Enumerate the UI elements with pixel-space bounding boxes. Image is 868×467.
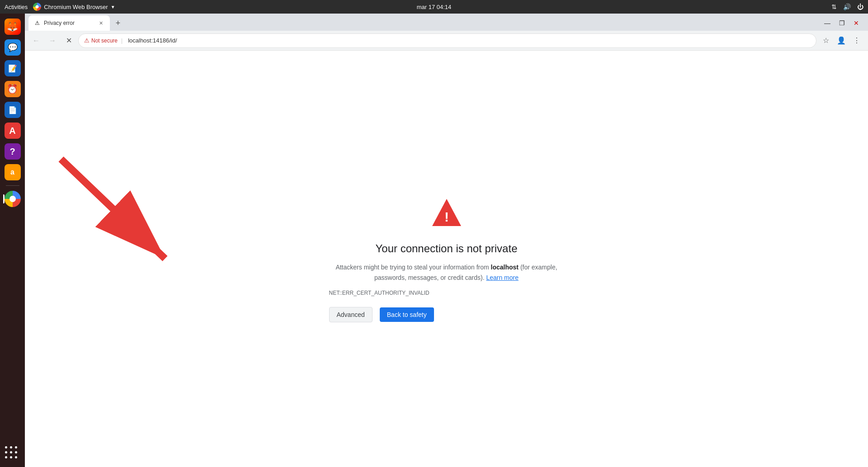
notes-icon: 📝 — [5, 60, 21, 76]
activities-button[interactable]: Activities — [5, 4, 28, 10]
dock-chromium[interactable] — [3, 189, 22, 208]
back-to-safety-button[interactable]: Back to safety — [380, 307, 434, 322]
page-content: ! Your connection is not private Attacke… — [25, 51, 868, 467]
annotation-arrow — [52, 150, 197, 277]
clock-icon: ⏰ — [5, 81, 21, 97]
dock-snap[interactable]: A — [3, 121, 22, 140]
dock-amazon[interactable]: a — [3, 163, 22, 182]
app-indicator-label: Chromium Web Browser — [44, 4, 108, 10]
browser-tab-privacy-error[interactable]: ⚠ Privacy error ✕ — [28, 15, 110, 31]
navigation-bar: ← → ✕ ⚠ Not secure | localhost:14186/id/… — [25, 31, 868, 51]
address-bar[interactable]: ⚠ Not secure | localhost:14186/id/ — [78, 33, 816, 48]
dock-apps-grid-button[interactable] — [5, 445, 21, 462]
close-button[interactable]: ✕ — [850, 17, 863, 29]
dock-help[interactable]: ? — [3, 142, 22, 161]
address-separator: | — [121, 38, 123, 44]
error-description: Attackers might be trying to steal your … — [329, 262, 564, 283]
error-code: NET::ERR_CERT_AUTHORITY_INVALID — [329, 290, 429, 296]
amazon-icon: a — [5, 164, 21, 180]
apps-grid-icon — [5, 445, 21, 462]
svg-line-1 — [61, 159, 165, 259]
new-tab-button[interactable]: + — [112, 17, 124, 29]
dock-writer[interactable]: 📄 — [3, 100, 22, 119]
error-container: ! Your connection is not private Attacke… — [311, 177, 582, 340]
app-indicator[interactable]: Chromium Web Browser ▼ — [33, 3, 115, 11]
datetime-display: mar 17 04:14 — [417, 4, 452, 10]
network-icon[interactable]: ⇅ — [831, 3, 837, 10]
dock-notes[interactable]: 📝 — [3, 59, 22, 78]
chromium-indicator-icon — [33, 3, 41, 11]
error-title: Your connection is not private — [376, 242, 518, 255]
nav-right-buttons: ☆ 👤 ⋮ — [819, 34, 863, 47]
firefox-icon: 🦊 — [5, 19, 21, 35]
reload-button[interactable]: ✕ — [62, 34, 75, 47]
minimize-button[interactable]: — — [821, 17, 834, 29]
tab-favicon: ⚠ — [34, 20, 40, 26]
chromium-dock-icon — [5, 191, 21, 207]
menu-button[interactable]: ⋮ — [850, 34, 863, 47]
forward-button[interactable]: → — [46, 34, 59, 47]
help-icon: ? — [5, 143, 21, 160]
warning-icon: ⚠ — [84, 37, 90, 44]
profile-button[interactable]: 👤 — [835, 34, 848, 47]
bookmark-button[interactable]: ☆ — [819, 34, 833, 47]
security-indicator[interactable]: ⚠ Not secure | — [84, 37, 124, 44]
error-hostname: localhost — [491, 264, 519, 271]
ubuntu-dock: 🦊 💬 📝 ⏰ 📄 A ? a — [0, 14, 25, 467]
error-desc-prefix: Attackers might be trying to steal your … — [335, 264, 491, 271]
dropdown-arrow-icon: ▼ — [111, 5, 115, 9]
browser-window: ⚠ Privacy error ✕ + — ❐ ✕ ← → ✕ ⚠ Not se… — [25, 14, 868, 467]
warning-triangle-icon: ! — [429, 195, 465, 231]
error-actions: Advanced Back to safety — [329, 307, 434, 322]
advanced-button[interactable]: Advanced — [329, 307, 373, 322]
not-secure-label: Not secure — [91, 38, 118, 44]
tab-close-button[interactable]: ✕ — [97, 19, 104, 27]
maximize-button[interactable]: ❐ — [835, 17, 848, 29]
snap-icon: A — [5, 123, 21, 139]
dock-divider — [6, 185, 19, 186]
volume-icon[interactable]: 🔊 — [843, 3, 851, 10]
tab-title: Privacy error — [44, 20, 94, 26]
writer-icon: 📄 — [5, 102, 21, 118]
url-display[interactable]: localhost:14186/id/ — [128, 37, 811, 44]
messaging-icon: 💬 — [5, 39, 21, 56]
dock-messaging[interactable]: 💬 — [3, 38, 22, 57]
tab-bar: ⚠ Privacy error ✕ + — ❐ ✕ — [25, 14, 868, 31]
learn-more-link[interactable]: Learn more — [486, 274, 519, 281]
dock-firefox[interactable]: 🦊 — [3, 17, 22, 36]
svg-text:!: ! — [444, 209, 449, 224]
back-button[interactable]: ← — [29, 34, 43, 47]
system-top-bar: Activities Chromium Web Browser ▼ mar 17… — [0, 0, 868, 14]
power-icon[interactable]: ⏻ — [857, 3, 863, 10]
dock-clock[interactable]: ⏰ — [3, 80, 22, 99]
